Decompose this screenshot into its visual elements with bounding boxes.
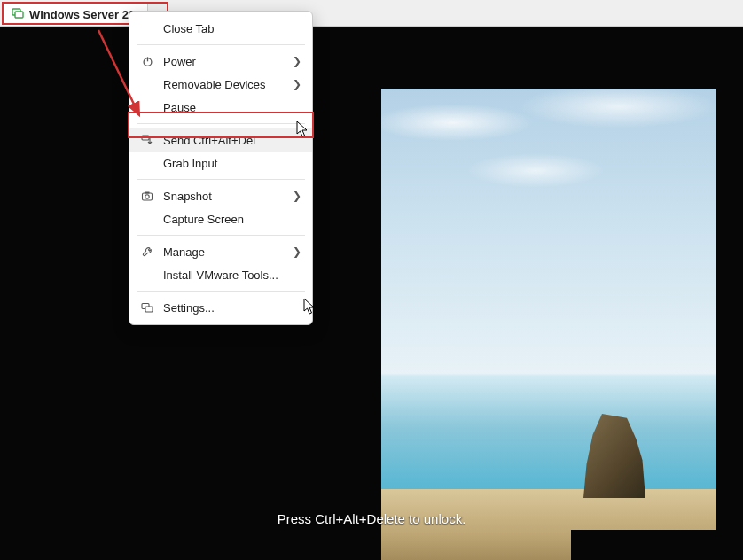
svg-rect-6 bbox=[143, 193, 153, 200]
menu-power[interactable]: Power ❯ bbox=[129, 50, 312, 73]
svg-rect-8 bbox=[145, 191, 150, 193]
menu-snapshot[interactable]: Snapshot ❯ bbox=[129, 184, 312, 207]
svg-rect-1 bbox=[15, 12, 23, 18]
menu-settings[interactable]: Settings... bbox=[129, 296, 312, 319]
chevron-right-icon: ❯ bbox=[293, 78, 301, 90]
menu-separator bbox=[137, 291, 305, 292]
menu-close-tab[interactable]: Close Tab bbox=[129, 17, 312, 40]
chevron-right-icon: ❯ bbox=[293, 245, 301, 258]
menu-grab-input[interactable]: Grab Input bbox=[129, 152, 312, 175]
menu-pause[interactable]: Pause bbox=[129, 96, 312, 119]
menu-label: Settings... bbox=[163, 301, 301, 315]
snapshot-icon bbox=[140, 191, 154, 202]
wrench-icon bbox=[140, 246, 154, 258]
vm-tab-title: Windows Server 20 bbox=[29, 8, 135, 21]
menu-install-vmware-tools[interactable]: Install VMware Tools... bbox=[129, 263, 312, 286]
menu-label: Manage bbox=[163, 245, 284, 259]
power-icon bbox=[140, 56, 154, 67]
unlock-prompt: Press Ctrl+Alt+Delete to unlock. bbox=[0, 511, 743, 526]
svg-rect-5 bbox=[142, 136, 149, 140]
menu-label: Capture Screen bbox=[163, 213, 301, 226]
guest-display[interactable]: Press Ctrl+Alt+Delete to unlock. bbox=[0, 27, 743, 560]
settings-icon bbox=[140, 302, 154, 314]
svg-point-7 bbox=[145, 194, 149, 198]
menu-label: Close Tab bbox=[163, 22, 301, 35]
menu-label: Pause bbox=[163, 101, 301, 114]
menu-label: Grab Input bbox=[163, 157, 301, 170]
menu-label: Send Ctrl+Alt+Del bbox=[163, 134, 301, 147]
vm-tab[interactable]: Windows Server 20 bbox=[4, 3, 148, 26]
menu-label: Power bbox=[163, 55, 284, 68]
menu-separator bbox=[137, 123, 305, 124]
menu-label: Removable Devices bbox=[163, 78, 284, 91]
svg-rect-10 bbox=[145, 307, 153, 312]
menu-separator bbox=[137, 235, 305, 236]
menu-capture-screen[interactable]: Capture Screen bbox=[129, 207, 312, 230]
menu-removable-devices[interactable]: Removable Devices ❯ bbox=[129, 73, 312, 96]
menu-send-ctrl-alt-del[interactable]: Send Ctrl+Alt+Del bbox=[129, 128, 312, 152]
tab-bar: Windows Server 20 bbox=[0, 0, 743, 27]
wallpaper-sky bbox=[328, 27, 743, 560]
vm-icon bbox=[12, 7, 24, 22]
menu-separator bbox=[137, 44, 305, 45]
menu-separator bbox=[137, 179, 305, 180]
menu-manage[interactable]: Manage ❯ bbox=[129, 240, 312, 263]
menu-label: Install VMware Tools... bbox=[163, 268, 301, 282]
chevron-right-icon: ❯ bbox=[293, 190, 301, 202]
menu-label: Snapshot bbox=[163, 190, 284, 203]
wallpaper-cave-right-edge bbox=[716, 27, 743, 560]
chevron-right-icon: ❯ bbox=[293, 55, 301, 67]
send-keys-icon bbox=[140, 135, 154, 146]
tab-context-menu: Close Tab Power ❯ Removable Devices ❯ Pa… bbox=[129, 11, 313, 325]
